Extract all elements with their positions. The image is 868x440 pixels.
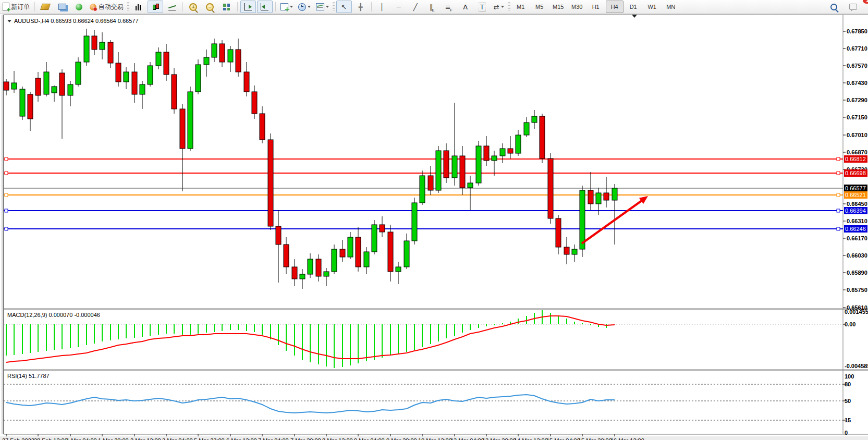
chevron-down-icon [326,6,329,8]
trendline-icon: ╱ [413,3,418,11]
svg-text:0.67290: 0.67290 [847,97,867,103]
timeframe-h1-button[interactable]: H1 [587,1,605,13]
svg-text:0.67850: 0.67850 [847,28,867,34]
fibonacci-tool-button[interactable]: ≡F [441,1,457,13]
chart-shift-icon [261,3,268,10]
timeframe-m30-button[interactable]: M30 [568,1,586,13]
notification-badge: 1 [863,0,868,4]
svg-text:1 Mar 04:00: 1 Mar 04:00 [66,437,97,440]
svg-text:9 Mar 20:00: 9 Mar 20:00 [386,437,417,440]
svg-text:0.67430: 0.67430 [847,80,867,86]
svg-text:0.66394: 0.66394 [845,207,866,214]
crosshair-tool-button[interactable]: ╋ [353,1,369,13]
horizontal-line-tool-button[interactable]: ─ [391,1,407,13]
svg-text:13 Mar 04:00: 13 Mar 04:00 [450,437,484,440]
channel-tool-button[interactable]: ∥E [424,1,440,13]
templates-button[interactable] [314,1,331,13]
svg-text:15 Mar 04:00: 15 Mar 04:00 [546,437,580,440]
chart-collapse-icon[interactable] [7,20,11,22]
svg-text:0.66310: 0.66310 [847,218,867,224]
candlestick-icon [152,4,159,10]
svg-text:0.66521: 0.66521 [845,192,866,198]
trendline-tool-button[interactable]: ╱ [408,1,423,13]
hammer-icon [40,4,51,10]
timeframe-w1-button[interactable]: W1 [643,1,661,13]
computers-icon [58,4,66,10]
label-tool-icon: T [479,3,486,11]
cursor-tool-button[interactable]: ↖ [336,1,352,13]
svg-text:15 Mar 20:00: 15 Mar 20:00 [578,437,612,440]
zoom-out-icon: − [206,3,214,11]
svg-text:7 Mar 20:00: 7 Mar 20:00 [290,437,321,440]
svg-text:0.67150: 0.67150 [847,114,867,120]
clock-icon [298,3,306,11]
terminal-button[interactable] [54,1,70,13]
arrows-tool-button[interactable]: ⇄ [491,1,507,13]
label-tool-button[interactable]: T [474,1,490,13]
svg-text:10 Mar 12:00: 10 Mar 12:00 [418,437,452,440]
signal-globe-icon [76,4,82,10]
chart-shift-button[interactable] [257,1,273,13]
chat-bubble-icon [849,4,857,10]
zoom-out-button[interactable]: − [202,1,218,13]
svg-text:8 Mar 12:00: 8 Mar 12:00 [322,437,353,440]
svg-text:0.67010: 0.67010 [847,132,867,138]
svg-text:0.66170: 0.66170 [847,235,867,241]
chart-canvas[interactable]: 0.678500.677100.675700.674300.672900.671… [0,14,868,440]
horizontal-line-icon: ─ [397,3,401,11]
notifications-button[interactable]: 1 [845,1,861,13]
periods-button[interactable] [296,1,313,13]
macd-indicator-label: MACD(12,26,9) 0.000070 -0.000046 [7,312,100,318]
market-watch-button[interactable] [38,1,53,13]
svg-text:5 Mar 23:00: 5 Mar 23:00 [194,437,225,440]
new-order-button[interactable]: 新订单 [1,1,32,13]
svg-text:16 Mar 12:00: 16 Mar 12:00 [610,437,644,440]
chevron-down-icon [308,6,311,8]
svg-text:14 Mar 12:00: 14 Mar 12:00 [514,437,548,440]
chart-window[interactable]: 0.678500.677100.675700.674300.672900.671… [0,14,868,440]
timeframe-m15-button[interactable]: M15 [549,1,567,13]
window-marker-icon[interactable] [632,15,637,18]
add-indicator-icon [280,3,288,10]
svg-text:0.65750: 0.65750 [847,287,867,293]
indicators-button[interactable] [278,1,295,13]
chart-frame [0,14,868,440]
text-tool-button[interactable]: A [458,1,473,13]
chevron-down-icon [501,6,504,8]
search-button[interactable] [826,1,841,13]
vertical-line-tool-button[interactable]: │ [374,1,390,13]
svg-text:3 Mar 04:00: 3 Mar 04:00 [162,437,193,440]
timeframe-d1-button[interactable]: D1 [625,1,642,13]
svg-text:0.66450: 0.66450 [847,201,867,207]
zoom-in-icon: + [189,3,197,11]
bar-chart-button[interactable] [131,1,146,13]
svg-text:0.66030: 0.66030 [847,252,867,259]
auto-scroll-icon [244,3,252,10]
svg-text:0.00: 0.00 [845,321,855,327]
svg-text:9 Mar 04:00: 9 Mar 04:00 [354,437,385,440]
timeframe-h4-button[interactable]: H4 [606,1,624,13]
rsi-indicator-label: RSI(14) 51.7787 [7,373,50,379]
timeframe-mn-button[interactable]: MN [662,1,680,13]
svg-text:0.66812: 0.66812 [845,156,866,162]
candlestick-chart-button[interactable] [148,1,163,13]
svg-text:0.66870: 0.66870 [847,149,867,155]
auto-trading-button[interactable]: 自动交易 [88,1,125,13]
text-tool-icon: A [463,3,468,11]
vertical-line-icon: │ [380,3,384,11]
svg-text:0.66577: 0.66577 [845,185,866,191]
chevron-down-icon [290,6,293,8]
signals-button[interactable] [71,1,87,13]
timeframe-m5-button[interactable]: M5 [531,1,548,13]
zoom-in-button[interactable]: + [186,1,201,13]
svg-text:6 Mar 12:00: 6 Mar 12:00 [226,437,257,440]
auto-scroll-button[interactable] [240,1,256,13]
metatrader-app: 新订单 自动交易 + − ↖ ╋ │ ─ ╱ ∥E ≡F A T ⇄ [0,0,868,440]
line-chart-button[interactable] [164,1,180,13]
svg-text:0.67570: 0.67570 [847,63,867,69]
new-order-icon [3,3,9,11]
timeframe-m1-button[interactable]: M1 [512,1,530,13]
crosshair-icon: ╋ [359,3,363,11]
svg-text:27 Feb 2023: 27 Feb 2023 [2,437,34,440]
tile-windows-button[interactable] [219,1,235,13]
